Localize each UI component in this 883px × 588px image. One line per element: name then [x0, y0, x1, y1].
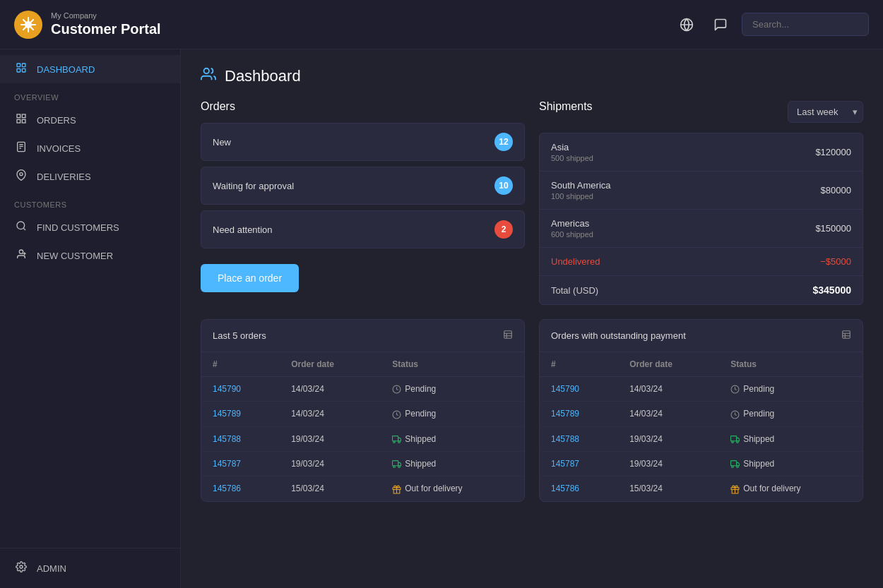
- dashboard-title: Dashboard: [225, 67, 301, 85]
- order-waiting-badge: 10: [494, 176, 513, 195]
- cell-id[interactable]: 145786: [201, 476, 280, 501]
- order-link[interactable]: 145788: [213, 434, 241, 444]
- deliveries-icon: [14, 169, 28, 184]
- cell-status: Shipped: [381, 426, 524, 451]
- table-row: 145789 14/03/24 Pending: [201, 402, 524, 426]
- search-input[interactable]: [742, 13, 869, 36]
- shipment-row-south-america: South America 100 shipped $80000: [540, 172, 863, 210]
- svg-point-38: [393, 441, 396, 443]
- order-link[interactable]: 145789: [551, 409, 579, 419]
- order-link[interactable]: 145790: [551, 384, 579, 394]
- cell-status: Pending: [719, 377, 863, 402]
- shipments-filter-select[interactable]: Last week Last month Last year: [788, 101, 863, 123]
- shipment-row-asia: Asia 500 shipped $120000: [540, 133, 863, 172]
- table-header-row: # Order date Status: [201, 352, 524, 377]
- order-row-attention-label: Need attention: [213, 224, 273, 235]
- svg-rect-15: [17, 114, 20, 118]
- sidebar-item-deliveries[interactable]: DELIVERIES: [0, 162, 180, 191]
- svg-point-50: [732, 441, 734, 443]
- sidebar: DASHBOARD Overview ORDERS INVOICES: [0, 49, 181, 588]
- order-link[interactable]: 145790: [213, 384, 241, 394]
- shipment-region-total: Total (USD): [551, 285, 598, 296]
- last5-title: Last 5 orders: [213, 330, 266, 341]
- cell-id[interactable]: 145790: [540, 377, 618, 402]
- shipment-region-south-america: South America 100 shipped: [551, 180, 611, 200]
- order-attention-badge: 2: [494, 220, 513, 239]
- order-link[interactable]: 145788: [551, 434, 579, 444]
- order-link[interactable]: 145789: [213, 409, 241, 419]
- svg-point-41: [393, 466, 396, 468]
- chat-icon-button[interactable]: [708, 12, 733, 37]
- svg-point-42: [398, 466, 401, 468]
- svg-rect-52: [731, 461, 737, 466]
- sidebar-item-new-customer[interactable]: NEW CUSTOMER: [0, 241, 180, 270]
- last5-tbody: 145790 14/03/24 Pending 145789 14/03/24 …: [201, 377, 524, 501]
- customers-section-label: Customers: [0, 191, 180, 213]
- order-row-waiting-label: Waiting for approval: [213, 181, 294, 191]
- cell-id[interactable]: 145788: [201, 426, 280, 451]
- sidebar-item-invoices[interactable]: INVOICES: [0, 134, 180, 162]
- cell-id[interactable]: 145786: [540, 476, 618, 501]
- orders-shipments-row: Orders New 12 Waiting for approval 10 Ne…: [201, 100, 863, 305]
- orders-section: Orders New 12 Waiting for approval 10 Ne…: [201, 100, 525, 305]
- cell-date: 19/03/24: [618, 451, 719, 476]
- order-row-attention[interactable]: Need attention 2: [201, 210, 525, 248]
- order-new-badge: 12: [494, 133, 513, 151]
- cell-date: 14/03/24: [618, 402, 719, 426]
- cell-status: Pending: [381, 402, 524, 426]
- svg-point-53: [732, 466, 734, 468]
- cell-id[interactable]: 145790: [201, 377, 280, 402]
- tables-row: Last 5 orders # Order date Status: [201, 319, 863, 502]
- cell-id[interactable]: 145789: [201, 402, 280, 426]
- cell-status: Pending: [381, 377, 524, 402]
- cell-date: 19/03/24: [280, 426, 381, 451]
- table-row: 145786 15/03/24 Out for delivery: [201, 476, 524, 501]
- admin-icon: [14, 561, 28, 575]
- table-row: 145790 14/03/24 Pending: [540, 377, 863, 402]
- order-link[interactable]: 145787: [551, 459, 579, 469]
- sidebar-item-find-customers[interactable]: FIND CUSTOMERS: [0, 213, 180, 241]
- order-row-new-label: New: [213, 137, 231, 148]
- order-link[interactable]: 145786: [213, 484, 241, 493]
- order-row-new[interactable]: New 12: [201, 123, 525, 161]
- sidebar-find-customers-label: FIND CUSTOMERS: [37, 222, 119, 233]
- sidebar-admin-label: ADMIN: [37, 563, 66, 574]
- shipment-row-total: Total (USD) $345000: [540, 276, 863, 304]
- cell-date: 19/03/24: [280, 451, 381, 476]
- sidebar-bottom: ADMIN: [0, 548, 180, 588]
- svg-point-51: [737, 441, 739, 443]
- sidebar-item-admin[interactable]: ADMIN: [0, 554, 180, 582]
- new-customer-icon: [14, 248, 28, 263]
- cell-id[interactable]: 145789: [540, 402, 618, 426]
- shipments-filter-wrapper: Last week Last month Last year: [788, 101, 863, 123]
- sidebar-item-dashboard[interactable]: DASHBOARD: [0, 55, 180, 83]
- table-row: 145787 19/03/24 Shipped: [201, 451, 524, 476]
- col-order-date: Order date: [280, 352, 381, 377]
- overview-section-label: Overview: [0, 83, 180, 106]
- shipments-table: Asia 500 shipped $120000 South America 1…: [539, 133, 863, 305]
- company-name: My Company Customer Portal: [51, 11, 161, 37]
- shipment-row-americas: Americas 600 shipped $150000: [540, 210, 863, 248]
- order-link[interactable]: 145787: [213, 459, 241, 469]
- svg-point-26: [19, 250, 23, 253]
- company-logo: [14, 11, 42, 39]
- cell-id[interactable]: 145787: [540, 451, 618, 476]
- order-link[interactable]: 145786: [551, 484, 579, 493]
- svg-rect-49: [731, 436, 737, 441]
- table-row: 145788 19/03/24 Shipped: [540, 426, 863, 451]
- cell-date: 14/03/24: [280, 377, 381, 402]
- order-row-waiting[interactable]: Waiting for approval 10: [201, 167, 525, 205]
- invoices-icon: [14, 141, 28, 155]
- table-header-row-2: # Order date Status: [540, 352, 863, 377]
- place-order-button[interactable]: Place an order: [201, 264, 299, 292]
- outstanding-table: # Order date Status 145790 14/03/24 Pend…: [540, 352, 863, 501]
- cell-id[interactable]: 145787: [201, 451, 280, 476]
- sidebar-dashboard-label: DASHBOARD: [37, 64, 95, 75]
- col-hash: #: [201, 352, 280, 377]
- cell-id[interactable]: 145788: [540, 426, 618, 451]
- sidebar-item-orders[interactable]: ORDERS: [0, 106, 180, 134]
- svg-line-6: [31, 27, 34, 30]
- cell-status: Shipped: [719, 426, 863, 451]
- globe-icon-button[interactable]: [674, 12, 699, 37]
- header-right: [674, 12, 869, 37]
